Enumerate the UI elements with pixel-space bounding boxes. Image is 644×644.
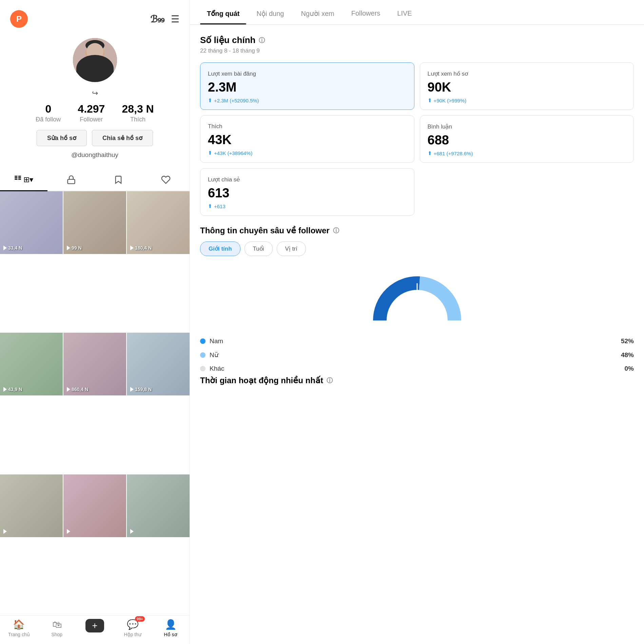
metric-change-0: ⬆ +2.3M (+52090.5%): [208, 97, 407, 103]
nav-profile[interactable]: 👤 Hồ sơ: [152, 619, 190, 637]
metric-card-shares[interactable]: Lượt chia sẻ 613 ⬆ +613: [200, 168, 414, 216]
nav-inbox[interactable]: 💬 99+ Hộp thư: [114, 619, 152, 637]
action-buttons: Sửa hồ sơ Chia sẻ hồ sơ: [37, 130, 153, 146]
video-grid: 33,4 N 99 N 180,4 N 43,9 N 860,4: [0, 191, 190, 615]
other-pct: 0%: [625, 365, 634, 372]
video-cell-8[interactable]: [63, 474, 126, 537]
nav-shop[interactable]: 🛍 Shop: [38, 619, 76, 637]
donut-chart: [366, 266, 468, 327]
share-icon-row: ↪: [92, 89, 98, 98]
inbox-badge: 99+: [135, 616, 145, 622]
female-pct: 48%: [621, 351, 634, 359]
tab-live[interactable]: LIVE: [390, 0, 418, 24]
metric-change-shares: ⬆ +613: [208, 203, 407, 209]
right-content: Số liệu chính ⓘ 22 tháng 8 - 18 tháng 9 …: [190, 25, 644, 644]
legend-male: Nam 52%: [200, 337, 634, 345]
section-title: Số liệu chính ⓘ: [200, 35, 634, 45]
metric-card-likes[interactable]: Thích 43K ⬆ +43K (+38964%): [200, 115, 414, 163]
bottom-section-title: Thời gian hoạt động nhiều nhất ⓘ: [200, 376, 634, 385]
follower-section-title: Thông tin chuyên sâu về follower ⓘ: [200, 226, 634, 235]
filter-age[interactable]: Tuổi: [245, 241, 273, 256]
like-label: Thích: [130, 116, 145, 123]
metric-card-profile-views[interactable]: Lượt xem hồ sơ 90K ⬆ +90K (>999%): [420, 62, 634, 110]
home-icon: 🏠: [13, 619, 25, 630]
female-label: Nữ: [210, 351, 218, 359]
tab-locked[interactable]: [47, 169, 95, 191]
svg-point-1: [85, 43, 104, 63]
follow-label: Đã follow: [36, 116, 61, 123]
video-cell-6[interactable]: 159,8 N: [127, 333, 190, 395]
metric-value-1: 90K: [428, 80, 626, 95]
video-cell-5[interactable]: 860,4 N: [63, 333, 126, 395]
avatar-image: [73, 38, 117, 82]
profile-section: ↪ 0 Đã follow 4.297 Follower 28,3 N Thíc…: [0, 31, 190, 169]
tab-nguoi-xem[interactable]: Người xem: [294, 0, 341, 24]
filter-tabs: Giới tính Tuổi Vị trí: [200, 241, 634, 256]
edit-profile-button[interactable]: Sửa hồ sơ: [37, 130, 87, 146]
stat-follow: 0 Đã follow: [36, 103, 61, 123]
stats-row: 0 Đã follow 4.297 Follower 28,3 N Thích: [36, 103, 154, 123]
metric-card-views[interactable]: Lượt xem bài đăng 2.3M ⬆ +2.3M (+52090.5…: [200, 62, 414, 110]
video-cell-1[interactable]: 33,4 N: [0, 191, 63, 254]
follower-label: Follower: [80, 116, 103, 123]
svg-point-8: [82, 72, 90, 77]
bottom-nav: 🏠 Trang chủ 🛍 Shop + 💬 99+ Hộp thư 👤 Hồ …: [0, 615, 190, 644]
metric-name-3: Bình luận: [428, 123, 626, 130]
nav-profile-label: Hồ sơ: [164, 632, 177, 637]
left-header: P ℬ₉₉ ☰: [0, 0, 190, 31]
username: @duongthaithuy: [71, 151, 118, 159]
video-cell-9[interactable]: [127, 474, 190, 537]
filter-location[interactable]: Vị trí: [277, 241, 306, 256]
metrics-grid: Lượt xem bài đăng 2.3M ⬆ +2.3M (+52090.5…: [200, 62, 634, 163]
metric-change-2: ⬆ +43K (+38964%): [208, 150, 407, 156]
video-cell-3[interactable]: 180,4 N: [127, 191, 190, 254]
video-play-4: 43,9 N: [3, 387, 22, 392]
svg-marker-6: [86, 67, 90, 72]
nav-inbox-label: Hộp thư: [124, 632, 141, 637]
tab-followers[interactable]: Followers: [345, 0, 387, 24]
metric-name-0: Lượt xem bài đăng: [208, 70, 407, 77]
metric-value-0: 2.3M: [208, 80, 407, 95]
share-arrow-icon: ↪: [92, 89, 98, 97]
tab-grid[interactable]: ⊞▾: [0, 169, 47, 191]
tab-noi-dung[interactable]: Nội dung: [250, 0, 291, 24]
video-play-6: 159,8 N: [130, 387, 152, 392]
nav-create[interactable]: +: [76, 619, 114, 637]
nav-home-label: Trang chủ: [8, 632, 30, 637]
info-icon: ⓘ: [259, 36, 265, 44]
video-cell-2[interactable]: 99 N: [63, 191, 126, 254]
follower-info-icon: ⓘ: [333, 227, 339, 235]
tab-bookmark[interactable]: [95, 169, 142, 191]
metric-card-comments[interactable]: Bình luận 688 ⬆ +681 (+9728.6%): [420, 115, 634, 163]
female-dot: [200, 352, 206, 358]
metric-change-1: ⬆ +90K (>999%): [428, 97, 626, 103]
svg-rect-15: [67, 179, 75, 184]
metric-change-3: ⬆ +681 (+9728.6%): [428, 150, 626, 156]
up-arrow-0: ⬆: [208, 97, 212, 103]
nav-shop-label: Shop: [51, 632, 62, 637]
filter-gender[interactable]: Giới tính: [200, 241, 240, 256]
content-tabs: ⊞▾: [0, 169, 190, 191]
video-play-7: [3, 529, 8, 534]
nav-home[interactable]: 🏠 Trang chủ: [0, 619, 38, 637]
metric-value-3: 688: [428, 133, 626, 148]
profile-p-icon[interactable]: P: [10, 10, 28, 28]
gender-legend: Nam 52% Nữ 48% Khác 0%: [200, 337, 634, 372]
video-play-8: [67, 529, 72, 534]
section-date: 22 tháng 8 - 18 tháng 9: [200, 47, 634, 54]
svg-marker-5: [93, 69, 97, 77]
right-tabs: Tổng quát Nội dung Người xem Followers L…: [190, 0, 644, 25]
bottom-info-icon: ⓘ: [327, 376, 333, 385]
up-arrow-3: ⬆: [428, 150, 432, 156]
tab-tong-quat[interactable]: Tổng quát: [200, 0, 246, 24]
shop-icon: 🛍: [52, 619, 62, 630]
profile-icon: 👤: [165, 619, 177, 630]
tab-liked[interactable]: [142, 169, 190, 191]
hamburger-menu[interactable]: ☰: [171, 14, 179, 25]
create-button[interactable]: +: [85, 619, 104, 632]
up-arrow-shares: ⬆: [208, 203, 212, 209]
video-cell-4[interactable]: 43,9 N: [0, 333, 63, 395]
video-cell-7[interactable]: [0, 474, 63, 537]
video-play-5: 860,4 N: [67, 387, 88, 392]
share-profile-button[interactable]: Chia sẻ hồ sơ: [92, 130, 153, 146]
